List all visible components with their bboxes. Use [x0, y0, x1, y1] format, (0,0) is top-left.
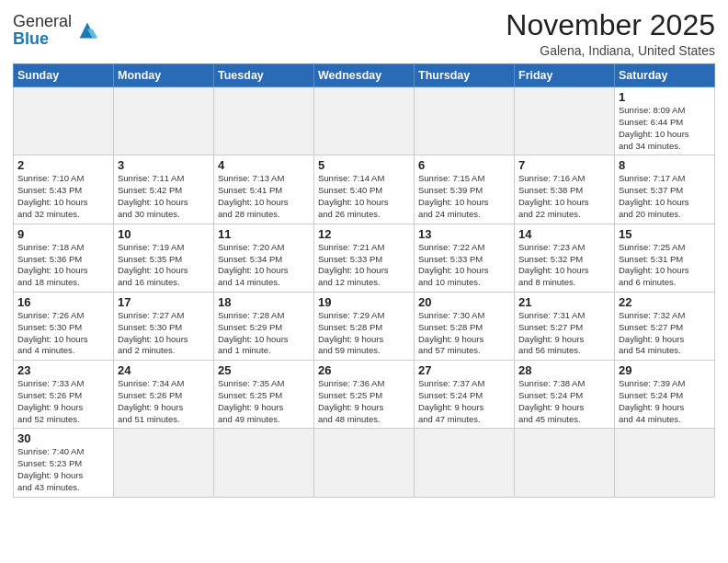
calendar-cell: 1Sunrise: 8:09 AM Sunset: 6:44 PM Daylig…: [615, 87, 715, 155]
calendar-cell: [214, 429, 314, 497]
weekday-header-friday: Friday: [515, 64, 615, 87]
day-number: 21: [518, 295, 610, 309]
calendar-cell: 3Sunrise: 7:11 AM Sunset: 5:42 PM Daylig…: [114, 155, 214, 224]
day-number: 24: [118, 363, 210, 377]
day-number: 20: [418, 295, 510, 309]
weekday-header-thursday: Thursday: [415, 64, 515, 87]
day-number: 27: [418, 363, 510, 377]
logo-general: General: [13, 12, 72, 30]
calendar-page: General Blue November 2025 Galena, India…: [0, 0, 728, 563]
calendar-cell: 11Sunrise: 7:20 AM Sunset: 5:34 PM Dayli…: [214, 224, 314, 292]
calendar-cell: 25Sunrise: 7:35 AM Sunset: 5:25 PM Dayli…: [214, 361, 314, 429]
day-info: Sunrise: 7:17 AM Sunset: 5:37 PM Dayligh…: [619, 173, 711, 220]
calendar-week-row: 1Sunrise: 8:09 AM Sunset: 6:44 PM Daylig…: [14, 87, 715, 155]
calendar-cell: 28Sunrise: 7:38 AM Sunset: 5:24 PM Dayli…: [515, 361, 615, 429]
day-info: Sunrise: 7:29 AM Sunset: 5:28 PM Dayligh…: [318, 310, 410, 357]
logo-blue: Blue: [13, 29, 49, 48]
weekday-header-row: SundayMondayTuesdayWednesdayThursdayFrid…: [14, 64, 715, 87]
calendar-cell: 15Sunrise: 7:25 AM Sunset: 5:31 PM Dayli…: [615, 224, 715, 292]
calendar-cell: [415, 87, 515, 155]
day-number: 14: [518, 227, 610, 241]
month-title: November 2025: [506, 9, 715, 41]
title-block: November 2025 Galena, Indiana, United St…: [506, 9, 715, 58]
day-info: Sunrise: 8:09 AM Sunset: 6:44 PM Dayligh…: [619, 105, 711, 152]
logo: General Blue: [13, 13, 100, 48]
calendar-week-row: 16Sunrise: 7:26 AM Sunset: 5:30 PM Dayli…: [14, 292, 715, 360]
calendar-cell: [114, 87, 214, 155]
calendar-cell: 5Sunrise: 7:14 AM Sunset: 5:40 PM Daylig…: [314, 155, 415, 224]
day-number: 13: [418, 227, 510, 241]
calendar-cell: [515, 87, 615, 155]
day-number: 26: [318, 363, 410, 377]
calendar-cell: [515, 429, 615, 497]
day-info: Sunrise: 7:38 AM Sunset: 5:24 PM Dayligh…: [518, 378, 610, 425]
calendar-cell: 21Sunrise: 7:31 AM Sunset: 5:27 PM Dayli…: [515, 292, 615, 360]
calendar-cell: [214, 87, 314, 155]
day-info: Sunrise: 7:39 AM Sunset: 5:24 PM Dayligh…: [619, 378, 711, 425]
day-number: 28: [518, 363, 610, 377]
calendar-week-row: 30Sunrise: 7:40 AM Sunset: 5:23 PM Dayli…: [14, 429, 715, 497]
calendar-cell: [615, 429, 715, 497]
day-info: Sunrise: 7:33 AM Sunset: 5:26 PM Dayligh…: [17, 378, 109, 425]
day-info: Sunrise: 7:34 AM Sunset: 5:26 PM Dayligh…: [118, 378, 210, 425]
day-info: Sunrise: 7:15 AM Sunset: 5:39 PM Dayligh…: [418, 173, 510, 220]
day-number: 2: [17, 158, 109, 172]
logo-text: General Blue: [13, 12, 72, 48]
day-info: Sunrise: 7:35 AM Sunset: 5:25 PM Dayligh…: [218, 378, 310, 425]
day-number: 30: [17, 431, 109, 445]
calendar-cell: [314, 429, 415, 497]
day-info: Sunrise: 7:26 AM Sunset: 5:30 PM Dayligh…: [17, 310, 109, 357]
calendar-table: SundayMondayTuesdayWednesdayThursdayFrid…: [13, 63, 715, 498]
day-number: 5: [318, 158, 410, 172]
calendar-cell: 6Sunrise: 7:15 AM Sunset: 5:39 PM Daylig…: [415, 155, 515, 224]
calendar-week-row: 2Sunrise: 7:10 AM Sunset: 5:43 PM Daylig…: [14, 155, 715, 224]
calendar-cell: 4Sunrise: 7:13 AM Sunset: 5:41 PM Daylig…: [214, 155, 314, 224]
calendar-cell: 10Sunrise: 7:19 AM Sunset: 5:35 PM Dayli…: [114, 224, 214, 292]
day-info: Sunrise: 7:30 AM Sunset: 5:28 PM Dayligh…: [418, 310, 510, 357]
calendar-cell: 18Sunrise: 7:28 AM Sunset: 5:29 PM Dayli…: [214, 292, 314, 360]
calendar-cell: 30Sunrise: 7:40 AM Sunset: 5:23 PM Dayli…: [14, 429, 114, 497]
day-number: 18: [218, 295, 310, 309]
day-info: Sunrise: 7:21 AM Sunset: 5:33 PM Dayligh…: [318, 242, 410, 289]
day-number: 25: [218, 363, 310, 377]
day-info: Sunrise: 7:20 AM Sunset: 5:34 PM Dayligh…: [218, 242, 310, 289]
calendar-cell: 27Sunrise: 7:37 AM Sunset: 5:24 PM Dayli…: [415, 361, 515, 429]
calendar-cell: [14, 87, 114, 155]
day-number: 16: [17, 295, 109, 309]
calendar-week-row: 9Sunrise: 7:18 AM Sunset: 5:36 PM Daylig…: [14, 224, 715, 292]
calendar-cell: 19Sunrise: 7:29 AM Sunset: 5:28 PM Dayli…: [314, 292, 415, 360]
weekday-header-wednesday: Wednesday: [314, 64, 415, 87]
calendar-cell: 7Sunrise: 7:16 AM Sunset: 5:38 PM Daylig…: [515, 155, 615, 224]
calendar-cell: 29Sunrise: 7:39 AM Sunset: 5:24 PM Dayli…: [615, 361, 715, 429]
location: Galena, Indiana, United States: [506, 43, 715, 58]
calendar-cell: 13Sunrise: 7:22 AM Sunset: 5:33 PM Dayli…: [415, 224, 515, 292]
day-info: Sunrise: 7:37 AM Sunset: 5:24 PM Dayligh…: [418, 378, 510, 425]
calendar-cell: 8Sunrise: 7:17 AM Sunset: 5:37 PM Daylig…: [615, 155, 715, 224]
calendar-cell: 26Sunrise: 7:36 AM Sunset: 5:25 PM Dayli…: [314, 361, 415, 429]
day-number: 29: [619, 363, 711, 377]
day-number: 12: [318, 227, 410, 241]
calendar-cell: 20Sunrise: 7:30 AM Sunset: 5:28 PM Dayli…: [415, 292, 515, 360]
day-info: Sunrise: 7:27 AM Sunset: 5:30 PM Dayligh…: [118, 310, 210, 357]
calendar-week-row: 23Sunrise: 7:33 AM Sunset: 5:26 PM Dayli…: [14, 361, 715, 429]
calendar-cell: 12Sunrise: 7:21 AM Sunset: 5:33 PM Dayli…: [314, 224, 415, 292]
day-number: 23: [17, 363, 109, 377]
day-number: 17: [118, 295, 210, 309]
calendar-cell: 2Sunrise: 7:10 AM Sunset: 5:43 PM Daylig…: [14, 155, 114, 224]
day-info: Sunrise: 7:11 AM Sunset: 5:42 PM Dayligh…: [118, 173, 210, 220]
calendar-cell: [114, 429, 214, 497]
day-number: 22: [619, 295, 711, 309]
calendar-cell: 23Sunrise: 7:33 AM Sunset: 5:26 PM Dayli…: [14, 361, 114, 429]
day-number: 8: [619, 158, 711, 172]
logo-icon: [74, 17, 100, 43]
calendar-cell: 16Sunrise: 7:26 AM Sunset: 5:30 PM Dayli…: [14, 292, 114, 360]
day-number: 15: [619, 227, 711, 241]
day-info: Sunrise: 7:40 AM Sunset: 5:23 PM Dayligh…: [17, 446, 109, 493]
weekday-header-tuesday: Tuesday: [214, 64, 314, 87]
day-number: 19: [318, 295, 410, 309]
day-info: Sunrise: 7:13 AM Sunset: 5:41 PM Dayligh…: [218, 173, 310, 220]
day-number: 7: [518, 158, 610, 172]
day-info: Sunrise: 7:36 AM Sunset: 5:25 PM Dayligh…: [318, 378, 410, 425]
day-info: Sunrise: 7:16 AM Sunset: 5:38 PM Dayligh…: [518, 173, 610, 220]
calendar-cell: 9Sunrise: 7:18 AM Sunset: 5:36 PM Daylig…: [14, 224, 114, 292]
